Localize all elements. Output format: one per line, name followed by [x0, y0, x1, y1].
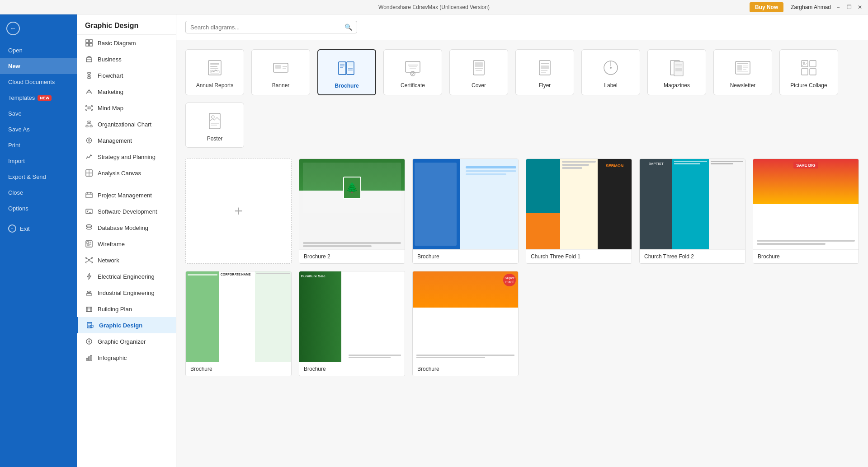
category-project[interactable]: Project Management	[77, 187, 176, 203]
close-button[interactable]: ✕	[856, 4, 863, 11]
template-thumb: SAVE BIG	[753, 159, 859, 249]
template-card-row2-4[interactable]: Superman! Brochure	[412, 271, 519, 376]
marketing-icon	[85, 88, 93, 96]
category-network[interactable]: Network	[77, 252, 176, 268]
category-label: Basic Diagram	[98, 40, 136, 47]
category-basic-diagram[interactable]: Basic Diagram	[77, 35, 176, 51]
category-label: Database Modeling	[98, 224, 148, 231]
sidebar-nav: Open New Cloud Documents Templates NEW S…	[0, 42, 77, 216]
sidebar-item-cloud[interactable]: Cloud Documents	[0, 74, 77, 90]
category-electrical[interactable]: Electrical Engineering	[77, 268, 176, 285]
category-building[interactable]: Building Plan	[77, 301, 176, 317]
tile-label: Newsletter	[730, 82, 756, 89]
template-card-row2-3[interactable]: Furniture Sale Brochure	[299, 271, 405, 376]
category-infographic[interactable]: Infographic	[77, 350, 176, 366]
sidebar-item-export[interactable]: Export & Send	[0, 169, 77, 185]
svg-point-14	[86, 109, 87, 111]
category-mindmap[interactable]: Mind Map	[77, 100, 176, 116]
template-thumb: Superman!	[413, 271, 518, 362]
category-industrial[interactable]: Industrial Engineering	[77, 285, 176, 301]
tile-picture-collage[interactable]: Picture Collage	[779, 49, 838, 95]
svg-point-126	[803, 62, 805, 64]
project-icon	[85, 191, 93, 199]
category-label: Software Development	[98, 208, 157, 215]
category-strategy[interactable]: Strategy and Planning	[77, 149, 176, 165]
tile-magazines[interactable]: Magazines	[647, 49, 706, 95]
search-input[interactable]	[190, 24, 344, 31]
category-label: Building Plan	[98, 306, 132, 313]
template-label: Church Three Fold 1	[526, 249, 632, 263]
templates-area: Annual Reports Banner Brochure	[176, 40, 868, 467]
brochure-icon	[336, 57, 358, 79]
restore-button[interactable]: ❒	[845, 4, 853, 11]
template-label: Brochure	[186, 362, 291, 376]
tile-cover[interactable]: Cover	[449, 49, 508, 95]
svg-rect-114	[675, 68, 682, 71]
category-business[interactable]: Business	[77, 51, 176, 67]
buy-now-button[interactable]: Buy Now	[750, 2, 783, 12]
network-icon	[85, 256, 93, 264]
template-card-brochure[interactable]: Brochure	[412, 159, 519, 264]
tile-label-text: Label	[604, 82, 617, 89]
sidebar-item-save-as[interactable]: Save As	[0, 121, 77, 137]
sidebar-item-import[interactable]: Import	[0, 153, 77, 169]
category-management[interactable]: Management	[77, 132, 176, 149]
certificate-icon	[402, 57, 424, 79]
template-card-church-three-fold-2[interactable]: BAPTIST Church Three Fo	[639, 159, 745, 264]
sidebar-item-options[interactable]: Options	[0, 201, 77, 216]
category-database[interactable]: Database Modeling	[77, 219, 176, 236]
sidebar-item-print[interactable]: Print	[0, 137, 77, 153]
svg-rect-125	[810, 69, 816, 75]
category-software[interactable]: Software Development	[77, 203, 176, 219]
svg-rect-75	[90, 355, 92, 360]
template-card-row2-1[interactable]: SAVE BIG Brochure	[753, 159, 859, 264]
svg-point-13	[91, 106, 93, 107]
tile-label[interactable]: Label	[581, 49, 640, 95]
tile-poster[interactable]: Poster	[185, 103, 244, 148]
new-badge: NEW	[38, 95, 52, 101]
sidebar-item-save[interactable]: Save	[0, 106, 77, 121]
tile-annual-reports[interactable]: Annual Reports	[185, 49, 244, 95]
sidebar-item-exit[interactable]: − Exit	[0, 220, 77, 237]
graphic-icon	[86, 321, 94, 329]
tile-label: Magazines	[664, 82, 690, 89]
template-card-row2-2[interactable]: CORPORATE NAME Brochure	[185, 271, 292, 376]
sidebar-item-open[interactable]: Open	[0, 42, 77, 58]
category-graphic-design[interactable]: Graphic Design	[77, 317, 176, 333]
template-card-brochure-2[interactable]: 🌲 Brochure 2	[299, 159, 405, 264]
wireframe-icon	[85, 240, 93, 248]
category-marketing[interactable]: Marketing	[77, 84, 176, 100]
tile-label: Poster	[207, 135, 223, 142]
add-new-card[interactable]: +	[185, 159, 292, 264]
category-orgchart[interactable]: Organizational Chart	[77, 116, 176, 132]
back-icon: ←	[6, 22, 20, 35]
tile-label: Certificate	[401, 82, 425, 89]
minimize-button[interactable]: −	[835, 4, 842, 11]
back-button[interactable]: ←	[0, 14, 77, 42]
svg-rect-122	[802, 61, 808, 67]
sidebar-item-templates[interactable]: Templates NEW	[0, 90, 77, 106]
sidebar-item-close[interactable]: Close	[0, 185, 77, 201]
tile-flyer[interactable]: Flyer	[515, 49, 574, 95]
infographic-icon	[85, 354, 93, 362]
template-card-church-three-fold-1[interactable]: SERMON Church Three Fold 1	[526, 159, 632, 264]
category-label: Network	[98, 257, 119, 264]
svg-rect-34	[86, 193, 92, 198]
search-button[interactable]: 🔍	[344, 23, 352, 31]
industrial-icon	[85, 289, 93, 297]
tile-newsletter[interactable]: Newsletter	[713, 49, 772, 95]
category-analysis[interactable]: Analysis Canvas	[77, 165, 176, 181]
category-tiles-row: Annual Reports Banner Brochure	[185, 49, 859, 148]
sidebar-item-new[interactable]: New	[0, 58, 77, 74]
categories-header: Graphic Design	[77, 14, 176, 35]
tile-brochure[interactable]: Brochure	[317, 49, 376, 95]
categories-panel: Graphic Design Basic Diagram Business Fl…	[77, 14, 176, 467]
category-organizer[interactable]: Graphic Organizer	[77, 333, 176, 350]
category-flowchart[interactable]: Flowchart	[77, 67, 176, 84]
template-label: Brochure	[753, 249, 859, 263]
template-thumb: BAPTIST	[640, 159, 745, 249]
tile-banner[interactable]: Banner	[251, 49, 310, 95]
svg-line-18	[87, 109, 88, 109]
tile-certificate[interactable]: Certificate	[383, 49, 442, 95]
category-wireframe[interactable]: Wireframe	[77, 236, 176, 252]
